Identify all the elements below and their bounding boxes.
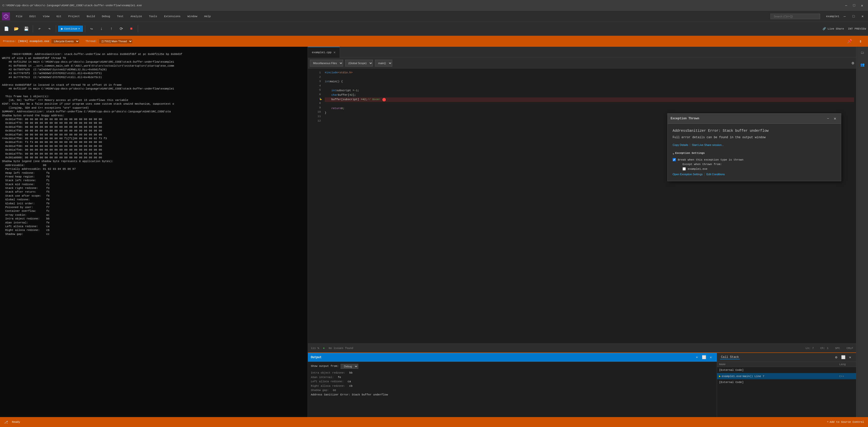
open-exception-settings-btn[interactable]: Open Exception Settings bbox=[673, 173, 703, 176]
break-when-checkbox-row: Break when this exception type is thrown bbox=[673, 158, 836, 161]
menu-build[interactable]: Build bbox=[84, 14, 98, 19]
solution-explorer-icon[interactable]: 🗂 bbox=[856, 47, 868, 59]
output-content[interactable]: Show output from: Debug Intra object red… bbox=[308, 362, 717, 417]
callstack-controls: ⚙ ⬜ ✕ bbox=[833, 354, 853, 361]
line-num-10: 10 bbox=[311, 110, 321, 114]
toolbar-undo-btn[interactable]: ↶ bbox=[35, 24, 44, 33]
copy-details-btn[interactable]: Copy Details bbox=[673, 143, 688, 146]
line-num-3: 3 bbox=[311, 79, 321, 84]
menu-file[interactable]: File bbox=[13, 14, 25, 19]
tab-label: example1.cpp bbox=[312, 51, 332, 54]
live-share-btn[interactable]: 🔗 Live Share bbox=[820, 24, 846, 33]
toolbar-redo-btn[interactable]: ↷ bbox=[45, 24, 54, 33]
callstack-header: Call Stack ⚙ ⬜ ✕ bbox=[717, 353, 856, 362]
minimize-button[interactable]: — bbox=[843, 2, 849, 9]
output-value-3: ca bbox=[348, 379, 351, 384]
side-panels: 🗂 👥 bbox=[856, 47, 868, 417]
code-area[interactable]: #include <stdio.h> int main() { int sub bbox=[323, 68, 856, 343]
callstack-expand-btn[interactable]: ⬜ bbox=[840, 354, 846, 361]
expand-btn[interactable]: ⇕ bbox=[856, 37, 865, 46]
toolbar-new-btn[interactable]: 📄 bbox=[2, 24, 11, 33]
editor-tab-example1[interactable]: example1.cpp ✕ bbox=[308, 47, 340, 58]
toolbar-step-into-btn[interactable]: ↓ bbox=[97, 24, 106, 33]
popup-body: AddressSanitizer Error: Stack buffer und… bbox=[668, 124, 841, 181]
continue-button[interactable]: ▶ Continue ▾ bbox=[58, 26, 83, 32]
menu-minimize-button[interactable]: — bbox=[841, 13, 848, 20]
callstack-name-header: Name bbox=[719, 363, 839, 366]
callstack-row-main[interactable]: ▶ example1.exe!main() Line 7 C++ bbox=[717, 373, 856, 379]
search-input[interactable] bbox=[770, 14, 820, 19]
code-line-9: return 0 ; bbox=[325, 106, 854, 111]
output-close-btn[interactable]: ✕ bbox=[708, 354, 714, 361]
callstack-arrow-icon: ▶ bbox=[719, 375, 721, 378]
menu-debug[interactable]: Debug bbox=[99, 14, 113, 19]
menu-help[interactable]: Help bbox=[202, 14, 214, 19]
output-dropdown-btn[interactable]: ▾ bbox=[694, 354, 700, 361]
pin-btn[interactable]: 📌 bbox=[845, 37, 854, 46]
toolbar-restart-btn[interactable]: ⟳ bbox=[117, 24, 126, 33]
edit-conditions-btn[interactable]: Edit Conditions bbox=[706, 173, 725, 176]
output-label-1: Intra object redzone: bbox=[311, 371, 345, 375]
process-bar: Process: [9824] example1.exe Lifecycle E… bbox=[0, 36, 868, 47]
lifecycle-dropdown[interactable]: Lifecycle Events bbox=[51, 39, 80, 44]
menu-test[interactable]: Test bbox=[114, 14, 126, 19]
output-line-6: Address Sanitizer Error: Stack buffer un… bbox=[311, 393, 714, 397]
title-bar: C:\MSDN\cpp-docs-pr\docs\c-language\ASAN… bbox=[0, 0, 868, 11]
asan-error-msg: Address Sanitizer Error: Stack buffer un… bbox=[311, 393, 388, 396]
output-expand-btn[interactable]: ⬜ bbox=[701, 354, 707, 361]
int-preview-label: INT PREVIEW bbox=[848, 27, 866, 30]
team-explorer-icon[interactable]: 👥 bbox=[856, 59, 868, 70]
editor-header: Miscellaneous Files (Global Scope) main(… bbox=[308, 58, 856, 68]
scope-dropdown[interactable]: (Global Scope) bbox=[345, 60, 373, 66]
callstack-close-btn[interactable]: ✕ bbox=[847, 354, 853, 361]
menu-analyze[interactable]: Analyze bbox=[128, 14, 145, 19]
zoom-level: 111 % bbox=[311, 347, 319, 350]
callstack-col-headers: Name Lang bbox=[717, 362, 856, 367]
continue-dropdown-icon: ▾ bbox=[78, 27, 80, 30]
thread-dropdown[interactable]: [17592] Main Thread bbox=[99, 39, 132, 44]
menu-maximize-button[interactable]: □ bbox=[850, 13, 857, 20]
toolbar-stop-btn[interactable]: ■ bbox=[127, 24, 136, 33]
terminal-content[interactable]: =9824==ERROR: AddressSanitizer: stack-bu… bbox=[0, 47, 308, 417]
menu-project[interactable]: Project bbox=[65, 14, 83, 19]
menu-extensions[interactable]: Extensions bbox=[161, 14, 184, 19]
toolbar-separator-2 bbox=[56, 25, 56, 32]
add-source-control-btn[interactable]: + Add to Source Control bbox=[827, 420, 864, 424]
toolbar-open-btn[interactable]: 📂 bbox=[12, 24, 21, 33]
toolbar-step-out-btn[interactable]: ↑ bbox=[107, 24, 116, 33]
line-num-11: 11 bbox=[311, 114, 321, 119]
editor-settings-btn[interactable]: ⚙ bbox=[851, 61, 854, 66]
callstack-tab[interactable]: Call Stack bbox=[720, 355, 740, 360]
break-when-checkbox[interactable] bbox=[673, 158, 676, 161]
maximize-button[interactable]: □ bbox=[850, 2, 858, 9]
line-num-7: 7 bbox=[311, 97, 321, 102]
popup-subtitle: Full error details can be found in the o… bbox=[673, 136, 836, 139]
toolbar-save-btn[interactable]: 💾 bbox=[22, 24, 31, 33]
menu-view[interactable]: View bbox=[40, 14, 52, 19]
output-source-dropdown[interactable]: Debug bbox=[341, 364, 358, 369]
tab-close-btn[interactable]: ✕ bbox=[334, 50, 335, 54]
code-line-2 bbox=[325, 75, 854, 80]
menu-git[interactable]: Git bbox=[53, 14, 64, 19]
example1-checkbox[interactable] bbox=[683, 167, 686, 171]
code-editor: 1 2 3 4 5 6 7 8 9 10 11 12 #include bbox=[308, 68, 856, 352]
toolbar-separator-4 bbox=[138, 25, 138, 32]
toolbar-step-over-btn[interactable]: ↪ bbox=[87, 24, 96, 33]
output-line-5: Shadow gap: cc bbox=[311, 388, 714, 393]
close-button[interactable]: ✕ bbox=[859, 2, 866, 9]
function-dropdown[interactable]: main() bbox=[375, 60, 392, 66]
menu-window[interactable]: Window bbox=[184, 14, 200, 19]
include-path: <stdio.h> bbox=[338, 70, 352, 75]
menu-close-button[interactable]: ✕ bbox=[859, 13, 866, 20]
callstack-settings-btn[interactable]: ⚙ bbox=[833, 354, 839, 361]
popup-minimize-btn[interactable]: – bbox=[825, 116, 831, 121]
popup-bottom-links: Open Exception Settings | Edit Condition… bbox=[673, 172, 836, 176]
popup-close-btn[interactable]: ✕ bbox=[832, 116, 838, 121]
menu-edit[interactable]: Edit bbox=[26, 14, 39, 19]
callstack-row-external-2[interactable]: [External Code] bbox=[717, 379, 856, 385]
menu-tools[interactable]: Tools bbox=[146, 14, 160, 19]
live-share-session-btn[interactable]: Start Live Share session... bbox=[692, 143, 724, 146]
callstack-row-external-1[interactable]: [External Code] bbox=[717, 367, 856, 373]
file-path-dropdown[interactable]: Miscellaneous Files bbox=[310, 60, 343, 66]
output-value-4: cb bbox=[349, 384, 352, 389]
